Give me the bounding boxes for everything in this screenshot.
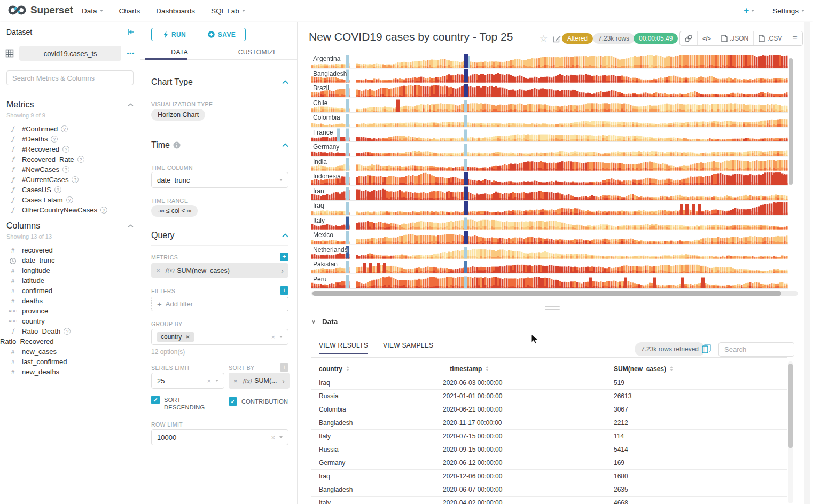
column-item[interactable]: ABCcountry [0, 316, 140, 326]
time-column-label: TIME COLUMN [151, 164, 193, 171]
superset-infinity-icon [7, 4, 27, 17]
save-button[interactable]: SAVE [198, 28, 246, 41]
query-section-title: Query [151, 231, 175, 240]
results-search-input[interactable] [718, 342, 794, 357]
table-row: Italy2020-07-15 00:00:00114 [311, 430, 787, 443]
metric-item[interactable]: ƒOtherCountryNewCases? [0, 205, 140, 215]
dataset-options-icon[interactable]: ••• [124, 50, 137, 57]
add-sort-button[interactable]: + [280, 363, 288, 372]
altered-badge: Altered [562, 33, 593, 44]
chevron-up-icon[interactable] [128, 224, 134, 228]
remove-sort-icon[interactable]: × [229, 377, 243, 385]
data-section-header[interactable]: ∨ Data [311, 318, 338, 326]
viz-type-value[interactable]: Horizon Chart [151, 109, 205, 121]
copy-icon[interactable] [702, 344, 711, 353]
group-by-chip[interactable]: country✕ [157, 332, 194, 342]
table-vscrollbar-thumb[interactable] [788, 364, 793, 448]
metric-item[interactable]: ƒ#Recovered? [0, 144, 140, 154]
column-item[interactable]: #longitude [0, 265, 140, 275]
chevron-right-icon[interactable]: › [277, 376, 290, 385]
nav-item-sqllab[interactable]: SQL Lab [211, 7, 245, 15]
column-sort-header[interactable]: country [319, 365, 443, 373]
column-item[interactable]: #new_cases [0, 346, 140, 357]
column-item[interactable]: #new_deaths [0, 367, 140, 377]
sort-descending-checkbox[interactable]: ✓ SORT DESCENDING [151, 396, 221, 411]
columns-count: Showing 13 of 13 [6, 233, 52, 240]
metric-item[interactable]: ƒCasesUS? [0, 185, 140, 195]
row-limit-select[interactable]: 10000 × [151, 429, 288, 445]
add-metric-button[interactable]: + [280, 253, 288, 261]
add-filter-box[interactable]: + Add filter [151, 297, 288, 311]
column-item[interactable]: #deaths [0, 296, 140, 306]
nav-item-charts[interactable]: Charts [119, 7, 140, 15]
column-item[interactable]: #recovered [0, 245, 140, 255]
remove-metric-icon[interactable]: × [151, 266, 165, 274]
metric-item[interactable]: ƒRecovered_Rate? [0, 154, 140, 164]
chevron-up-icon[interactable] [282, 143, 288, 147]
tab-view-samples[interactable]: VIEW SAMPLES [383, 342, 433, 354]
share-link-icon[interactable] [680, 32, 698, 45]
settings-menu[interactable]: Settings [772, 7, 804, 15]
search-metrics-input[interactable] [6, 70, 134, 85]
tab-view-results[interactable]: VIEW RESULTS [319, 342, 368, 354]
tab-customize[interactable]: CUSTOMIZE [219, 46, 298, 59]
column-sort-header[interactable]: __timestamp [443, 365, 614, 373]
collapse-panel-icon[interactable] [127, 28, 135, 36]
help-icon: ? [61, 125, 68, 132]
column-sort-header[interactable]: SUM(new_cases) [614, 365, 787, 373]
clock-icon [6, 256, 19, 265]
metric-item[interactable]: ƒ#Deaths? [0, 134, 140, 144]
column-item[interactable]: ƒRatio_Death? [0, 326, 140, 336]
column-item[interactable]: ABCprovince [0, 306, 140, 316]
chevron-down-icon [279, 336, 283, 338]
run-button[interactable]: RUN [151, 28, 198, 41]
series-limit-select[interactable]: 25 × [151, 373, 224, 389]
metric-item[interactable]: ƒ#CurrentCases? [0, 175, 140, 185]
group-by-select[interactable]: country✕ × [151, 329, 288, 345]
dataset-name[interactable]: covid19.cases_ts [19, 46, 121, 61]
table-row: Iraq2020-12-06 00:00:001680 [311, 470, 787, 483]
favorite-star-icon[interactable]: ☆ [540, 33, 548, 44]
column-item[interactable]: #confirmed [0, 286, 140, 296]
contribution-checkbox[interactable]: ✓ CONTRIBUTION [229, 397, 288, 406]
chevron-up-icon[interactable] [282, 233, 288, 238]
export-csv-button[interactable]: .CSV [754, 32, 787, 45]
export-json-button[interactable]: .JSON [716, 32, 754, 45]
column-item[interactable]: #latitude [0, 275, 140, 286]
column-item[interactable]: Ratio_Recovered [0, 336, 140, 346]
tab-data[interactable]: DATA [140, 46, 219, 59]
clear-icon[interactable]: × [271, 333, 275, 341]
metric-chip[interactable]: × ƒ(x)SUM(new_cases) › [151, 263, 288, 278]
clear-icon[interactable]: × [271, 434, 275, 442]
clear-icon[interactable]: × [207, 377, 211, 385]
edit-properties-icon[interactable] [553, 35, 561, 43]
json-file-icon [721, 35, 728, 42]
chart-hscrollbar-thumb[interactable] [312, 291, 781, 296]
nav-item-dashboards[interactable]: Dashboards [156, 7, 195, 15]
time-section-title: Time [151, 140, 170, 150]
new-item-button[interactable]: + [744, 5, 754, 16]
remove-chip-icon[interactable]: ✕ [185, 334, 190, 340]
column-item[interactable]: #last_confirmed [0, 357, 140, 367]
add-filter-plus-button[interactable]: + [280, 286, 288, 295]
chart-vscrollbar-thumb[interactable] [789, 58, 793, 185]
metric-item[interactable]: ƒCases Latam? [0, 195, 140, 205]
sort-by-chip[interactable]: × ƒ(x)SUM(... › [229, 373, 290, 389]
superset-logo[interactable]: Superset [7, 4, 73, 17]
chevron-right-icon[interactable]: › [276, 266, 288, 275]
time-range-value[interactable]: -∞ ≤ col < ∞ [151, 205, 198, 217]
group-by-label: GROUP BY [151, 321, 182, 327]
table-row: Italy2020-04-02 00:00:004668 [311, 497, 787, 504]
chevron-up-icon[interactable] [128, 103, 134, 107]
chart-menu-icon[interactable]: ≡ [787, 32, 802, 45]
column-item[interactable]: date_trunc [0, 255, 140, 265]
chevron-down-icon [100, 10, 103, 12]
panel-resize-handle[interactable] [545, 306, 560, 311]
nav-item-data[interactable]: Data [82, 7, 103, 15]
chevron-down-icon [801, 10, 804, 12]
time-column-select[interactable]: date_trunc [151, 172, 288, 188]
metric-item[interactable]: ƒ#Confirmed? [0, 124, 140, 134]
chevron-up-icon[interactable] [282, 80, 288, 84]
view-query-icon[interactable]: </> [698, 32, 716, 45]
metric-item[interactable]: ƒ#NewCases? [0, 164, 140, 175]
